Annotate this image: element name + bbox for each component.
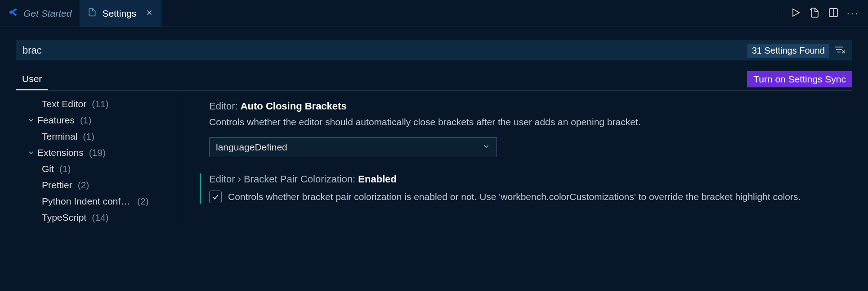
turn-on-settings-sync-button[interactable]: Turn on Settings Sync	[747, 71, 852, 87]
toc-item-terminal[interactable]: Terminal (1)	[16, 128, 182, 145]
toc-item-prettier[interactable]: Prettier (2)	[16, 177, 182, 193]
vscode-icon	[8, 7, 18, 19]
settings-scope-row: User Turn on Settings Sync	[0, 68, 868, 90]
toc-item-git[interactable]: Git (1)	[16, 161, 182, 177]
toc-item-features[interactable]: Features (1)	[16, 112, 182, 128]
toc-count: (2)	[137, 196, 149, 207]
checkbox-row: Controls whether bracket pair colorizati…	[209, 190, 850, 204]
chevron-down-icon	[27, 117, 35, 124]
setting-name: Auto Closing Brackets	[241, 100, 347, 112]
tab-actions: ···	[782, 7, 868, 20]
close-icon[interactable]	[145, 8, 153, 19]
toc-item-extensions[interactable]: Extensions (19)	[16, 145, 182, 161]
svg-marker-2	[793, 9, 799, 16]
split-editor-icon[interactable]	[828, 7, 839, 20]
tab-label: Settings	[102, 8, 136, 19]
setting-bracket-pair-colorization: Editor › Bracket Pair Colorization: Enab…	[200, 173, 850, 204]
editor-tab-bar: Get Started Settings	[0, 0, 868, 27]
setting-prefix: Editor › Bracket Pair Colorization:	[209, 173, 358, 185]
settings-search-container: 31 Settings Found	[16, 41, 852, 60]
divider	[782, 7, 782, 20]
setting-name: Enabled	[358, 173, 397, 185]
auto-closing-brackets-select[interactable]: languageDefined	[209, 137, 497, 157]
toc-count: (1)	[83, 131, 94, 142]
settings-body: Text Editor (11) Features (1) Terminal (…	[16, 91, 868, 226]
chevron-down-icon	[27, 149, 35, 156]
select-value: languageDefined	[216, 142, 287, 153]
tab-get-started[interactable]: Get Started	[0, 0, 80, 27]
more-icon[interactable]: ···	[847, 8, 859, 19]
toc-label: Git	[42, 164, 54, 174]
toc-item-python-indent[interactable]: Python Indent configuration (2)	[16, 193, 182, 209]
toc-count: (14)	[92, 212, 108, 223]
settings-search-input[interactable]	[16, 41, 747, 60]
file-icon	[88, 8, 97, 19]
settings-toc: Text Editor (11) Features (1) Terminal (…	[16, 91, 182, 226]
setting-title: Editor › Bracket Pair Colorization: Enab…	[209, 173, 850, 185]
toc-item-text-editor[interactable]: Text Editor (11)	[16, 96, 182, 112]
toc-label: Terminal	[42, 131, 77, 142]
toc-count: (1)	[59, 164, 71, 174]
toc-count: (11)	[92, 99, 108, 109]
scope-user-tab[interactable]: User	[16, 69, 48, 90]
tab-settings[interactable]: Settings	[80, 0, 161, 27]
toc-item-typescript[interactable]: TypeScript (14)	[16, 209, 182, 226]
clear-filter-icon[interactable]	[834, 45, 852, 56]
toc-label: Features	[37, 115, 75, 126]
settings-found-count: 31 Settings Found	[747, 44, 829, 58]
bracket-pair-checkbox[interactable]	[209, 191, 222, 203]
chevron-down-icon	[482, 142, 490, 153]
toc-label: Text Editor	[42, 99, 86, 109]
setting-title: Editor: Auto Closing Brackets	[209, 100, 850, 112]
setting-description: Controls whether bracket pair colorizati…	[228, 190, 801, 204]
open-changes-icon[interactable]	[809, 7, 820, 20]
toc-label: TypeScript	[42, 212, 86, 223]
setting-description: Controls whether the editor should autom…	[209, 115, 850, 129]
run-icon[interactable]	[790, 7, 801, 20]
setting-prefix: Editor:	[209, 100, 241, 112]
toc-count: (1)	[80, 115, 92, 126]
toc-label: Prettier	[42, 180, 72, 191]
settings-content: Editor: Auto Closing Brackets Controls w…	[182, 91, 868, 226]
toc-label: Extensions	[37, 147, 84, 158]
toc-label: Python Indent configuration	[42, 196, 132, 207]
setting-auto-closing-brackets: Editor: Auto Closing Brackets Controls w…	[209, 100, 850, 157]
toc-count: (2)	[78, 180, 89, 191]
tab-label: Get Started	[23, 8, 72, 19]
toc-count: (19)	[89, 147, 106, 158]
